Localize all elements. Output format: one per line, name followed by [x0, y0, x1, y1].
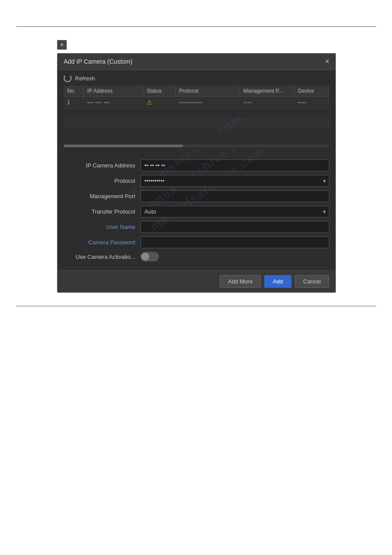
add-ip-camera-dialog: manualsarchive.commanualsarchive.commanu… [57, 53, 336, 293]
dialog-footer: Add More Add Cancel [58, 270, 335, 292]
cell-ip: ••• ••• ••• [83, 97, 143, 109]
toggle-knob [141, 253, 149, 261]
management-port-label: Management Port [64, 193, 140, 200]
cancel-button[interactable]: Cancel [295, 275, 329, 288]
use-camera-activation-toggle[interactable] [140, 252, 159, 261]
col-header-mgmt: Management P... [240, 86, 294, 97]
col-header-status: Status [143, 86, 175, 97]
ip-camera-address-label: IP Camera Address [64, 162, 140, 169]
camera-password-label: Camera Password [64, 239, 140, 246]
protocol-select[interactable]: •••••••••• ONVIF HIKVISION [140, 175, 329, 187]
refresh-row: Refresh [64, 74, 329, 82]
transfer-protocol-label: Transfer Protocol [64, 208, 140, 215]
scroll-thumb[interactable] [64, 145, 183, 147]
camera-password-input[interactable] [140, 236, 329, 248]
user-name-row: User Name admin [64, 221, 329, 233]
add-button[interactable]: Add [264, 275, 291, 288]
protocol-select-wrapper: •••••••••• ONVIF HIKVISION ▾ [140, 175, 329, 187]
cell-device: •••• [294, 97, 329, 109]
table-row-empty-1 [64, 109, 329, 118]
camera-table: No. IP Address Status Protocol Managemen… [64, 86, 329, 128]
transfer-protocol-select-wrapper: Auto TCP UDP ▾ [140, 206, 329, 218]
cell-mgmt: •••• [240, 97, 294, 109]
cell-protocol: ••••••••••• [175, 97, 240, 109]
ip-camera-address-row: IP Camera Address [64, 160, 329, 171]
management-port-input[interactable]: 8000 [140, 190, 329, 202]
scroll-area [64, 131, 329, 149]
add-camera-button[interactable]: + [57, 40, 67, 50]
refresh-label[interactable]: Refresh [75, 75, 95, 82]
add-button-area: + [57, 40, 67, 50]
col-header-protocol: Protocol [175, 86, 240, 97]
dialog-header: Add IP Camera (Custom) × [58, 54, 335, 70]
scroll-track [64, 145, 329, 147]
transfer-protocol-select[interactable]: Auto TCP UDP [140, 206, 329, 218]
top-divider [16, 26, 376, 27]
ip-camera-address-input[interactable] [140, 160, 329, 171]
table-row[interactable]: 1 ••• ••• ••• ⚠ ••••••••••• •••• •••• [64, 97, 329, 109]
camera-password-row: Camera Password [64, 236, 329, 248]
management-port-row: Management Port 8000 [64, 190, 329, 202]
col-header-device: Device [294, 86, 329, 97]
cell-no: 1 [64, 97, 83, 109]
protocol-label: Protocol [64, 178, 140, 184]
bottom-divider [16, 306, 376, 306]
table-row-empty-2 [64, 118, 329, 128]
protocol-row: Protocol •••••••••• ONVIF HIKVISION ▾ [64, 175, 329, 187]
col-header-ip: IP Address [83, 86, 143, 97]
refresh-icon[interactable] [64, 74, 72, 82]
use-camera-activation-row: Use Camera Activatio... [64, 252, 329, 261]
user-name-label: User Name [64, 224, 140, 230]
col-header-no: No. [64, 86, 83, 97]
form-section: IP Camera Address Protocol •••••••••• ON… [58, 156, 335, 268]
transfer-protocol-row: Transfer Protocol Auto TCP UDP ▾ [64, 206, 329, 218]
use-camera-activation-label: Use Camera Activatio... [64, 254, 140, 260]
dialog-body: Refresh No. IP Address Status Protocol M… [58, 70, 335, 156]
user-name-input[interactable]: admin [140, 221, 329, 233]
cell-status: ⚠ [143, 97, 175, 109]
close-button[interactable]: × [325, 58, 329, 65]
add-more-button[interactable]: Add More [219, 275, 261, 288]
dialog-title: Add IP Camera (Custom) [64, 58, 133, 65]
